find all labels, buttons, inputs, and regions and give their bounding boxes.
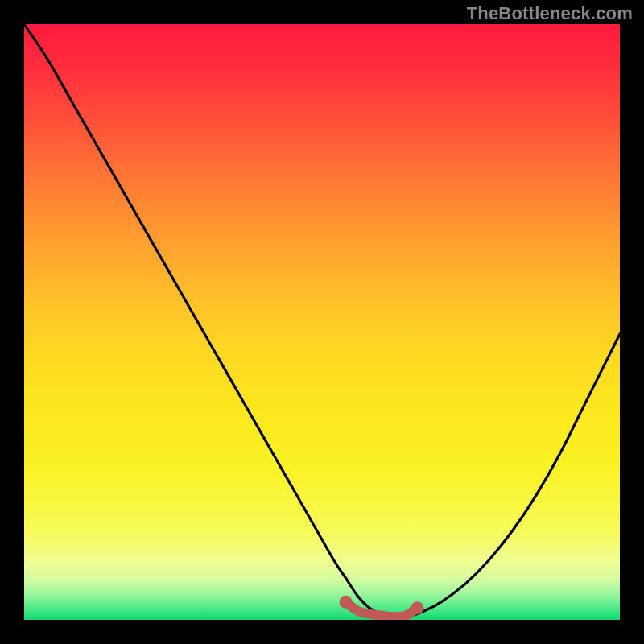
sweet-spot-start-marker bbox=[340, 596, 353, 609]
curve-svg bbox=[24, 24, 620, 620]
chart-container: TheBottleneck.com bbox=[0, 0, 644, 644]
bottleneck-curve bbox=[24, 24, 620, 617]
plot-area bbox=[24, 24, 620, 620]
highlight-band bbox=[346, 602, 418, 617]
attribution-label: TheBottleneck.com bbox=[467, 3, 633, 24]
sweet-spot-end-marker bbox=[411, 601, 423, 614]
